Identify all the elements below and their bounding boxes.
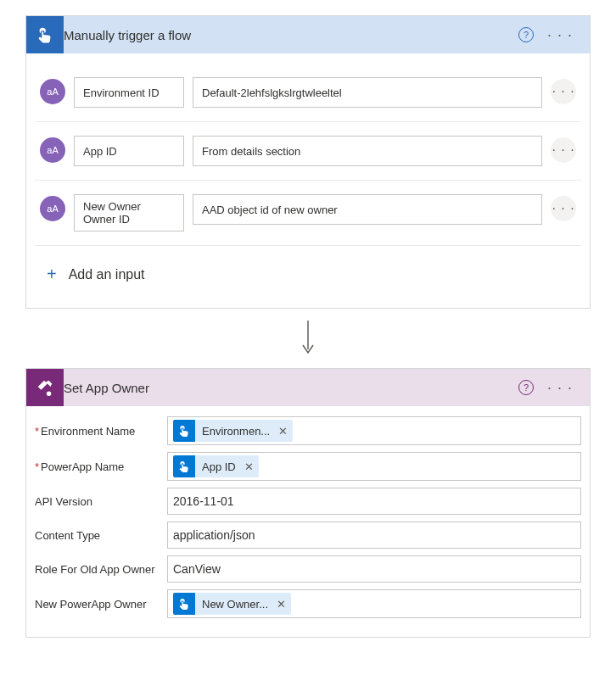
trigger-title: Manually trigger a flow <box>64 28 518 42</box>
trigger-input-row: aA New Owner Owner ID AAD object id of n… <box>35 181 581 246</box>
param-label: *Environment Name <box>35 416 167 445</box>
param-value-input[interactable]: 2016-11-01 <box>167 488 581 515</box>
param-value-input[interactable]: Default-2lehfslgkslrgtwleeltel <box>193 77 542 108</box>
param-value-input[interactable]: App ID ✕ <box>167 452 581 481</box>
trigger-menu-button[interactable]: · · · <box>544 27 576 42</box>
dynamic-token[interactable]: App ID ✕ <box>173 455 259 477</box>
plus-icon: + <box>47 265 57 284</box>
token-remove-icon[interactable]: ✕ <box>277 598 286 611</box>
token-label: New Owner... <box>202 598 268 611</box>
param-label: *PowerApp Name <box>35 452 167 481</box>
dynamic-token[interactable]: New Owner... ✕ <box>173 593 291 615</box>
flow-canvas: Manually trigger a flow ? · · · aA Envir… <box>0 0 616 658</box>
action-header-actions: ? · · · <box>518 380 583 395</box>
add-input-button[interactable]: + Add an input <box>35 246 581 304</box>
action-param-row: API Version 2016-11-01 <box>35 488 581 515</box>
tap-icon <box>173 455 195 477</box>
tap-icon <box>26 16 64 53</box>
trigger-input-row: aA Environment ID Default-2lehfslgkslrgt… <box>35 64 581 122</box>
tap-icon <box>173 420 195 442</box>
action-param-row: Role For Old App Owner CanView <box>35 555 581 583</box>
trigger-header-actions: ? · · · <box>518 27 583 42</box>
param-name-input[interactable]: App ID <box>74 136 184 166</box>
param-more-button[interactable]: · · · <box>551 79 576 104</box>
token-label: App ID <box>202 460 236 473</box>
help-icon[interactable]: ? <box>518 27 534 42</box>
token-label: Environmen... <box>202 425 270 438</box>
connector-arrow <box>0 309 616 368</box>
action-title: Set App Owner <box>64 381 518 395</box>
param-name-input[interactable]: Environment ID <box>74 77 184 108</box>
text-param-icon: aA <box>40 196 65 221</box>
action-param-row: New PowerApp Owner New Owner... ✕ <box>35 589 581 618</box>
param-value-input[interactable]: New Owner... ✕ <box>167 589 581 618</box>
trigger-body: aA Environment ID Default-2lehfslgkslrgt… <box>26 53 590 308</box>
token-remove-icon[interactable]: ✕ <box>278 425 288 438</box>
dynamic-token[interactable]: Environmen... ✕ <box>173 420 293 442</box>
param-label: Role For Old App Owner <box>35 555 167 583</box>
action-body: *Environment Name Environmen... ✕ *Power… <box>26 406 590 637</box>
text-param-icon: aA <box>40 79 65 104</box>
action-header[interactable]: Set App Owner ? · · · <box>26 369 590 406</box>
action-param-row: *Environment Name Environmen... ✕ <box>35 416 581 445</box>
action-param-row: Content Type application/json <box>35 522 581 549</box>
param-label: API Version <box>35 488 167 515</box>
tap-icon <box>173 593 195 615</box>
action-menu-button[interactable]: · · · <box>544 380 576 395</box>
help-icon[interactable]: ? <box>518 380 534 395</box>
param-value-input[interactable]: AAD object id of new owner <box>193 194 542 225</box>
action-card: Set App Owner ? · · · *Environment Name … <box>25 368 591 638</box>
param-value-input[interactable]: application/json <box>167 522 581 549</box>
token-remove-icon[interactable]: ✕ <box>244 460 254 473</box>
trigger-header[interactable]: Manually trigger a flow ? · · · <box>26 16 590 53</box>
action-param-row: *PowerApp Name App ID ✕ <box>35 452 581 481</box>
add-input-label: Add an input <box>69 267 145 282</box>
param-value-input[interactable]: From details section <box>193 136 542 166</box>
param-value-input[interactable]: CanView <box>167 555 581 583</box>
text-param-icon: aA <box>40 137 65 163</box>
app-admin-icon <box>26 369 64 406</box>
param-label: New PowerApp Owner <box>35 589 167 618</box>
trigger-input-row: aA App ID From details section · · · <box>35 122 581 181</box>
param-label: Content Type <box>35 522 167 549</box>
param-value-input[interactable]: Environmen... ✕ <box>167 416 581 445</box>
param-name-input[interactable]: New Owner Owner ID <box>74 194 184 232</box>
param-more-button[interactable]: · · · <box>551 137 576 163</box>
param-more-button[interactable]: · · · <box>551 196 576 221</box>
trigger-card: Manually trigger a flow ? · · · aA Envir… <box>25 15 591 309</box>
